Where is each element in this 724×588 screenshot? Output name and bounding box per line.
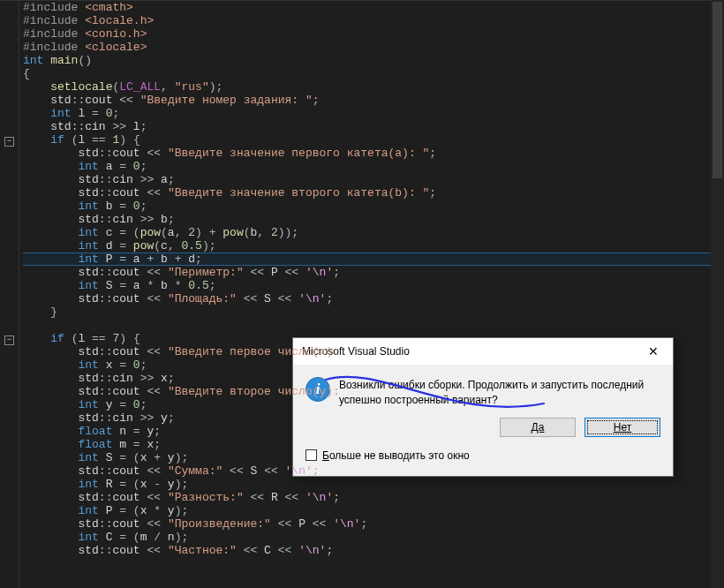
code-area[interactable]: #include <cmath> #include <locale.h> #in… [19, 1, 724, 588]
dialog-message-line1: Возникли ошибки сборки. Продолжить и зап… [339, 378, 644, 393]
include-clocale: clocale [92, 41, 140, 54]
vertical-scrollbar[interactable] [711, 0, 724, 588]
str-sum: "Сумма:" [168, 464, 222, 478]
build-error-dialog: Microsoft Visual Studio ✕ i Возникли оши… [292, 337, 674, 477]
editor-gutter: − − [0, 1, 19, 588]
str-rus: "rus" [175, 80, 209, 94]
str-area: "Площадь:" [168, 292, 237, 305]
yes-button[interactable]: Да [500, 418, 576, 437]
dont-show-checkbox[interactable] [305, 449, 317, 461]
include-cmath: cmath [92, 1, 126, 14]
fold-icon[interactable]: − [4, 335, 14, 345]
str-prompt-y: "Введите второе число(y): [168, 385, 347, 398]
dialog-message-line2: успешно построенный вариант? [339, 393, 644, 408]
scrollbar-thumb[interactable] [713, 2, 722, 178]
dialog-titlebar[interactable]: Microsoft Visual Studio ✕ [293, 338, 673, 365]
include-conio: conio.h [92, 27, 140, 41]
close-icon[interactable]: ✕ [643, 345, 664, 358]
str-perim: "Периметр:" [168, 266, 244, 279]
str-prod: "Произведение:" [168, 517, 271, 531]
str-prompt-x: "Введите первое число(x): [168, 345, 347, 358]
code-editor[interactable]: − − #include <cmath> #include <locale.h>… [0, 0, 724, 588]
no-button[interactable]: Нет [584, 418, 660, 437]
fold-icon[interactable]: − [4, 137, 14, 147]
current-line: int P = a + b + d; [23, 253, 724, 266]
str-prompt-b: "Введите значение второго катета(b): " [168, 186, 429, 200]
str-prompt-a: "Введите значение первого катета(a): " [168, 147, 429, 160]
dialog-message: Возникли ошибки сборки. Продолжить и зап… [339, 377, 644, 409]
str-diff: "Разность:" [168, 491, 244, 504]
checkbox-label: Больше не выводить это окно [322, 449, 470, 462]
macro-lcall: LC_ALL [119, 80, 161, 94]
include-locale: locale.h [92, 14, 147, 27]
str-prompt-task: "Введите номер задания: " [140, 94, 313, 107]
str-quot: "Частное:" [168, 544, 237, 557]
